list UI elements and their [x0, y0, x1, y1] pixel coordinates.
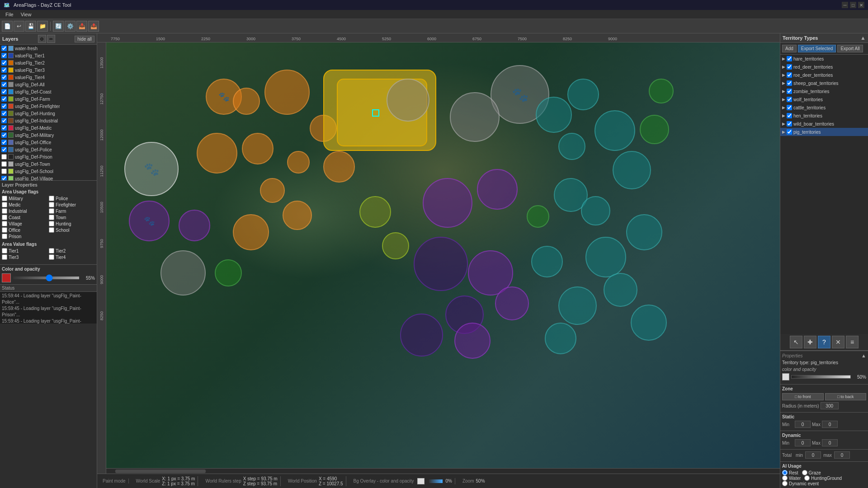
layer-item-2[interactable]: valueFlg_Tier2: [0, 59, 97, 66]
territory-item-1[interactable]: ▶ red_deer_territories: [780, 63, 868, 71]
layer-check-0[interactable]: [1, 46, 7, 51]
layer-item-0[interactable]: water-fresh: [0, 45, 97, 52]
territory-item-4[interactable]: ▶ zombie_territories: [780, 87, 868, 95]
menu-file[interactable]: File: [2, 12, 17, 17]
territory-circle[interactable]: [323, 151, 355, 183]
layer-check-1[interactable]: [1, 53, 7, 58]
prop-color-swatch[interactable]: [782, 373, 789, 380]
bg-overlay-slider[interactable]: [429, 479, 443, 483]
territory-circle[interactable]: [197, 133, 237, 174]
flag-farm-check[interactable]: [49, 208, 54, 214]
territory-circle[interactable]: [215, 259, 242, 286]
radius-input[interactable]: [821, 402, 839, 409]
layer-item-18[interactable]: usgFlg_Def-Village: [0, 175, 97, 180]
territory-item-5[interactable]: ▶ wolf_territories: [780, 95, 868, 103]
minimize-button[interactable]: ─: [842, 2, 848, 8]
territory-circle[interactable]: [527, 205, 549, 228]
layer-item-14[interactable]: usgFlg_Def-Police: [0, 146, 97, 153]
flag-industrial-check[interactable]: [2, 208, 7, 214]
layers-settings-button[interactable]: ⚙: [38, 35, 46, 43]
territory-circle[interactable]: [567, 79, 599, 110]
territory-circle[interactable]: [233, 214, 269, 250]
ai-water-radio[interactable]: [782, 475, 788, 481]
territory-circle[interactable]: [495, 286, 529, 320]
help-button[interactable]: ?: [818, 336, 830, 348]
layer-check-15[interactable]: [1, 154, 7, 160]
layer-item-7[interactable]: usgFlg_Def-Farm: [0, 95, 97, 103]
toolbar-new[interactable]: 📄: [2, 21, 13, 32]
map-hscrollbar[interactable]: [106, 468, 780, 474]
prop-opacity-slider-visual[interactable]: [791, 375, 851, 379]
flag-town-check[interactable]: [49, 215, 54, 220]
layer-item-12[interactable]: usgFlg_Def-Military: [0, 131, 97, 139]
properties-expand-icon[interactable]: ▲: [861, 353, 866, 358]
ai-graze-radio[interactable]: [802, 470, 807, 475]
toolbar-undo[interactable]: ↩: [14, 21, 24, 32]
layer-item-10[interactable]: usgFlg_Def-Industrial: [0, 117, 97, 124]
terr-check-8[interactable]: [787, 121, 792, 127]
flag-tier1-check[interactable]: [2, 248, 7, 253]
map-canvas[interactable]: 🐾 🐾: [106, 42, 780, 474]
flag-tier2-check[interactable]: [49, 248, 54, 253]
territory-item-3[interactable]: ▶ sheep_goat_territories: [780, 79, 868, 87]
export-all-button[interactable]: Export All: [837, 45, 863, 52]
layer-item-9[interactable]: usgFlg_Def-Hunting: [0, 110, 97, 117]
terr-check-7[interactable]: [787, 113, 792, 118]
territory-circle[interactable]: [283, 201, 312, 230]
list-button[interactable]: ≡: [846, 336, 859, 348]
layer-check-6[interactable]: [1, 89, 7, 94]
layer-check-17[interactable]: [1, 169, 7, 174]
flag-tier4-check[interactable]: [49, 254, 54, 260]
layer-check-11[interactable]: [1, 125, 7, 131]
layer-item-3[interactable]: valueFlg_Tier3: [0, 66, 97, 74]
territory-circle[interactable]: 🐾: [124, 142, 179, 196]
territory-circle[interactable]: [558, 286, 597, 325]
layer-check-14[interactable]: [1, 147, 7, 152]
territory-circle[interactable]: [382, 232, 409, 259]
territory-circle[interactable]: [359, 196, 391, 228]
layer-item-1[interactable]: valueFlg_Tier1: [0, 52, 97, 59]
layer-check-3[interactable]: [1, 67, 7, 73]
layer-item-4[interactable]: valueFlg_Tier4: [0, 74, 97, 81]
opacity-slider[interactable]: [13, 277, 79, 279]
territory-circle[interactable]: [585, 237, 626, 277]
layer-check-7[interactable]: [1, 96, 7, 102]
terr-check-9[interactable]: [787, 129, 792, 135]
color-swatch[interactable]: [2, 273, 11, 282]
flag-village-check[interactable]: [2, 221, 7, 226]
add-zone-button[interactable]: ✚: [804, 336, 816, 348]
territory-circle[interactable]: [531, 246, 563, 277]
flag-tier3-check[interactable]: [2, 254, 7, 260]
territory-circle[interactable]: [545, 323, 576, 354]
territory-circle[interactable]: [604, 273, 637, 307]
toolbar-refresh[interactable]: 🔄: [53, 21, 64, 32]
flag-office-check[interactable]: [2, 227, 7, 233]
menu-view[interactable]: View: [17, 12, 35, 17]
ai-rest-radio[interactable]: [782, 470, 788, 475]
terr-check-1[interactable]: [787, 64, 792, 70]
layers-list[interactable]: water-fresh valueFlg_Tier1 valueFlg_Tier…: [0, 45, 97, 180]
dynamic-max-input[interactable]: [822, 439, 838, 446]
flag-military-check[interactable]: [2, 196, 7, 201]
territory-circle[interactable]: [400, 314, 443, 357]
toolbar-save[interactable]: 💾: [25, 21, 36, 32]
territory-circle[interactable]: [414, 237, 468, 291]
layer-check-13[interactable]: [1, 140, 7, 145]
territory-circle[interactable]: [640, 115, 669, 144]
terr-check-5[interactable]: [787, 97, 792, 102]
territory-circle[interactable]: [160, 250, 206, 296]
to-front-button[interactable]: □ to front: [782, 393, 824, 400]
layer-check-18[interactable]: [1, 176, 7, 180]
layer-check-2[interactable]: [1, 60, 7, 66]
layer-check-12[interactable]: [1, 132, 7, 138]
territory-circle[interactable]: [477, 169, 518, 210]
territory-item-0[interactable]: ▶ hare_territories: [780, 55, 868, 63]
toolbar-export[interactable]: 📤: [88, 21, 99, 32]
flag-school-check[interactable]: [49, 227, 54, 233]
layer-item-6[interactable]: usgFlg_Def-Coast: [0, 88, 97, 95]
territory-item-6[interactable]: ▶ cattle_territories: [780, 103, 868, 112]
territory-circle[interactable]: [536, 97, 572, 133]
territory-circle[interactable]: [260, 178, 285, 203]
territory-item-8[interactable]: ▶ wild_boar_territories: [780, 120, 868, 128]
flag-firefighter-check[interactable]: [49, 202, 54, 207]
